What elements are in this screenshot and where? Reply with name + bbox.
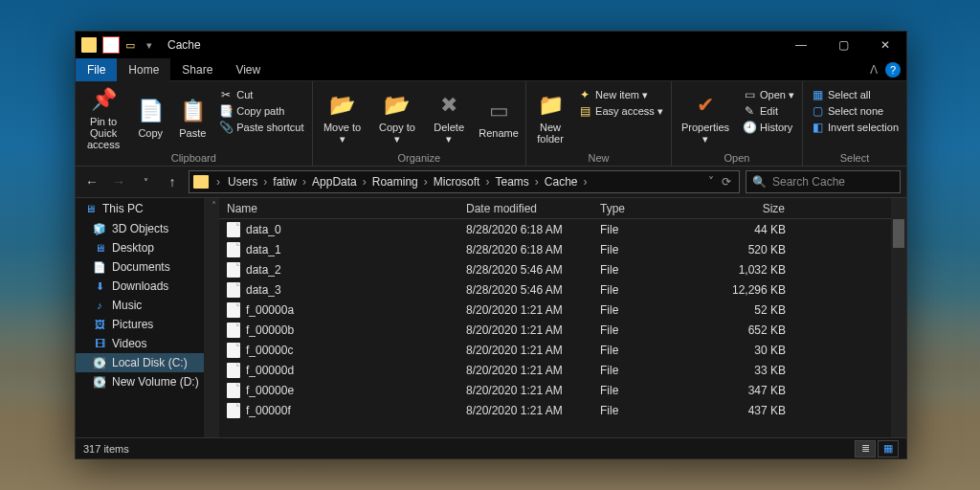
up-button[interactable]: ↑ xyxy=(162,171,183,192)
copy-icon: 📄 xyxy=(136,97,165,125)
sidebar-item[interactable]: 💽New Volume (D:) xyxy=(76,372,219,391)
breadcrumb-segment[interactable]: Roaming xyxy=(368,175,422,189)
recent-locations-button[interactable]: ˅ xyxy=(135,171,156,192)
search-input[interactable]: 🔍 Search Cache xyxy=(746,170,901,193)
tab-home[interactable]: Home xyxy=(117,58,170,81)
breadcrumb-segment[interactable]: AppData xyxy=(308,175,361,189)
file-type: File xyxy=(592,344,707,357)
file-icon xyxy=(227,383,240,398)
properties-button[interactable]: ✔Properties ▾ xyxy=(676,83,735,152)
col-name[interactable]: Name xyxy=(219,202,458,215)
sidebar-item-icon: 🖥 xyxy=(93,241,106,255)
chevron-up-icon[interactable]: ˄ xyxy=(212,200,216,211)
sidebar-item[interactable]: 💽Local Disk (C:) xyxy=(76,353,219,372)
breadcrumb-segment[interactable]: Teams xyxy=(491,175,532,189)
sidebar-scrollbar[interactable]: ˄ xyxy=(204,198,219,437)
help-icon[interactable]: ? xyxy=(885,62,901,78)
tiles-view-button[interactable]: ▦ xyxy=(878,440,899,457)
details-view-button[interactable]: ≣ xyxy=(855,440,876,457)
new-item-button[interactable]: ✦New item ▾ xyxy=(574,87,667,102)
select-none-button[interactable]: ▢Select none xyxy=(807,103,902,119)
rename-button[interactable]: ▭Rename xyxy=(476,83,522,152)
breadcrumb-segment[interactable]: Users xyxy=(224,175,261,189)
sidebar-item[interactable]: 🖼Pictures xyxy=(76,315,219,334)
titlebar[interactable]: ▭ ▾ Cache — ▢ ✕ xyxy=(76,32,906,58)
explorer-window: ▭ ▾ Cache — ▢ ✕ File Home Share View ᐱ ?… xyxy=(75,31,907,459)
paste-button[interactable]: 📋Paste xyxy=(173,83,212,152)
sidebar-item-label: Desktop xyxy=(112,241,154,255)
file-row[interactable]: f_00000b8/20/2020 1:21 AMFile652 KB xyxy=(219,320,906,340)
chevron-right-icon[interactable]: › xyxy=(422,175,430,189)
delete-button[interactable]: ✖Delete ▾ xyxy=(426,83,472,152)
copy-path-button[interactable]: 📑Copy path xyxy=(215,103,307,119)
paste-shortcut-button[interactable]: 📎Paste shortcut xyxy=(215,120,307,135)
chevron-right-icon[interactable]: › xyxy=(361,175,368,189)
breadcrumb-segment[interactable]: fatiw xyxy=(269,175,301,189)
tab-share[interactable]: Share xyxy=(170,58,224,81)
file-name: data_3 xyxy=(246,283,281,297)
ribbon: 📌Pin to Quick access 📄Copy 📋Paste ✂Cut 📑… xyxy=(76,81,906,166)
copy-to-button[interactable]: 📂Copy to ▾ xyxy=(372,83,423,152)
edit-button[interactable]: ✎Edit xyxy=(739,103,798,119)
copy-button[interactable]: 📄Copy xyxy=(131,83,169,152)
maximize-button[interactable]: ▢ xyxy=(822,32,864,58)
cut-icon: ✂ xyxy=(219,88,233,101)
chevron-down-icon[interactable]: ˅ xyxy=(708,175,714,189)
move-to-button[interactable]: 📂Move to ▾ xyxy=(317,83,368,152)
forward-button[interactable]: → xyxy=(108,171,129,192)
col-type[interactable]: Type xyxy=(592,202,707,215)
chevron-right-icon[interactable]: › xyxy=(581,175,589,189)
refresh-icon[interactable]: ⟳ xyxy=(722,175,731,189)
easy-access-button[interactable]: ▤Easy access ▾ xyxy=(574,103,667,119)
file-row[interactable]: f_00000c8/20/2020 1:21 AMFile30 KB xyxy=(219,340,906,360)
history-button[interactable]: 🕘History xyxy=(739,120,798,135)
sidebar-item[interactable]: 🖥Desktop xyxy=(76,238,219,257)
navigation-pane[interactable]: 🖥 This PC 🧊3D Objects🖥Desktop📄Documents⬇… xyxy=(76,198,219,437)
open-button[interactable]: ▭Open ▾ xyxy=(739,87,798,102)
file-date: 8/20/2020 1:21 AM xyxy=(458,323,592,337)
file-row[interactable]: f_00000a8/20/2020 1:21 AMFile52 KB xyxy=(219,300,906,320)
file-row[interactable]: f_00000e8/20/2020 1:21 AMFile347 KB xyxy=(219,380,906,400)
sidebar-item[interactable]: 🧊3D Objects xyxy=(76,219,219,238)
file-row[interactable]: data_18/28/2020 6:18 AMFile520 KB xyxy=(219,239,906,259)
sidebar-this-pc[interactable]: 🖥 This PC xyxy=(76,198,219,219)
group-organize-label: Organize xyxy=(317,152,523,166)
col-date[interactable]: Date modified xyxy=(458,202,592,215)
sidebar-item[interactable]: 🎞Videos xyxy=(76,334,219,353)
back-button[interactable]: ← xyxy=(81,171,102,192)
file-row[interactable]: data_08/28/2020 6:18 AMFile44 KB xyxy=(219,219,906,239)
sidebar-item[interactable]: ⬇Downloads xyxy=(76,277,219,296)
breadcrumb-segment[interactable]: Cache xyxy=(541,175,582,189)
chevron-right-icon[interactable]: › xyxy=(301,175,308,189)
breadcrumb-segment[interactable]: Microsoft xyxy=(430,175,484,189)
tab-view[interactable]: View xyxy=(224,58,272,81)
cut-button[interactable]: ✂Cut xyxy=(215,87,307,102)
tab-file[interactable]: File xyxy=(76,58,117,81)
chevron-right-icon[interactable]: › xyxy=(214,175,222,189)
ribbon-collapse-icon[interactable]: ᐱ xyxy=(862,63,885,77)
column-headers[interactable]: Name Date modified Type Size xyxy=(219,198,906,219)
newitem-icon: ✦ xyxy=(578,88,591,101)
new-folder-button[interactable]: 📁New folder xyxy=(530,83,570,152)
minimize-button[interactable]: — xyxy=(780,32,822,58)
close-button[interactable]: ✕ xyxy=(864,32,906,58)
file-type: File xyxy=(592,283,707,297)
file-row[interactable]: data_28/28/2020 5:46 AMFile1,032 KB xyxy=(219,259,906,279)
pin-quick-access-button[interactable]: 📌Pin to Quick access xyxy=(79,83,127,152)
col-size[interactable]: Size xyxy=(707,202,793,215)
select-all-button[interactable]: ▦Select all xyxy=(807,87,902,102)
file-row[interactable]: data_38/28/2020 5:46 AMFile12,296 KB xyxy=(219,279,906,300)
qat-dropdown-icon[interactable]: ▾ xyxy=(141,36,158,54)
file-row[interactable]: f_00000d8/20/2020 1:21 AMFile33 KB xyxy=(219,360,906,380)
chevron-right-icon[interactable]: › xyxy=(533,175,541,189)
scrollbar-thumb[interactable] xyxy=(893,219,904,248)
file-date: 8/20/2020 1:21 AM xyxy=(458,364,592,377)
main-scrollbar[interactable] xyxy=(891,198,906,437)
invert-selection-button[interactable]: ◧Invert selection xyxy=(807,120,902,135)
sidebar-item[interactable]: 📄Documents xyxy=(76,257,219,277)
qat-newfolder-icon[interactable]: ▭ xyxy=(122,36,139,54)
sidebar-item[interactable]: ♪Music xyxy=(76,296,219,315)
qat-properties-icon[interactable] xyxy=(102,36,120,54)
breadcrumb[interactable]: › Users›fatiw›AppData›Roaming›Microsoft›… xyxy=(189,170,740,193)
file-row[interactable]: f_00000f8/20/2020 1:21 AMFile437 KB xyxy=(219,400,906,420)
